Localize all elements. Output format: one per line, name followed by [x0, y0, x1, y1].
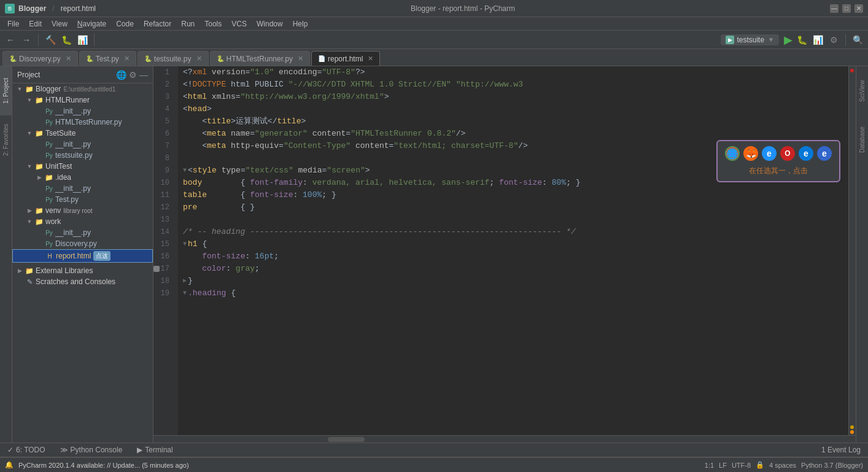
status-position[interactable]: 1:1: [705, 462, 714, 469]
horizontal-scrollbar[interactable]: [153, 435, 856, 443]
code-punct: =: [346, 128, 351, 140]
firefox-icon[interactable]: 🦊: [743, 146, 758, 161]
status-indent[interactable]: 4 spaces: [769, 462, 796, 469]
menu-vcs[interactable]: VCS: [227, 18, 252, 29]
line-num-5: 5: [153, 115, 173, 128]
run-config[interactable]: ▶ testsuite ▼: [721, 34, 779, 45]
sidebar-minimize-btn[interactable]: —: [139, 70, 148, 80]
status-encoding[interactable]: UTF-8: [732, 462, 751, 469]
tree-blogger[interactable]: ▼ 📁 Blogger E:\untitled\untitled1: [12, 83, 153, 95]
code-punct: {: [241, 177, 250, 189]
toolbar-debug-btn[interactable]: 🐛: [60, 33, 73, 47]
code-area[interactable]: <?xml version="1.0" encoding="UTF-8"?> <…: [178, 66, 848, 435]
bottom-tab-terminal[interactable]: ▶ Terminal: [130, 443, 180, 457]
tree-work[interactable]: ▼ 📁 work: [12, 216, 153, 227]
tab-report[interactable]: 📄 report.html ✕: [311, 51, 380, 66]
sidebar-settings-btn[interactable]: ⚙: [129, 70, 137, 80]
bottom-tab-python-console[interactable]: ≫ Python Console: [53, 443, 130, 457]
tree-init-tsetsuite[interactable]: Py __init__.py: [12, 139, 153, 150]
tree-external-libraries[interactable]: ▶ 📁 External Libraries: [12, 265, 153, 276]
menu-tools[interactable]: Tools: [200, 18, 227, 29]
toolbar-coverage-btn[interactable]: 📊: [76, 33, 89, 47]
toolbar: ← → 🔨 🐛 📊 ▶ testsuite ▼ ▶ 🐛 📊 ⚙ 🔍: [0, 31, 868, 49]
vtab-favorites[interactable]: 2: Favorites: [0, 115, 12, 164]
tree-label: Discovery.py: [55, 239, 97, 248]
py-icon: Py: [44, 152, 54, 159]
code-space: [207, 91, 212, 103]
tree-unittest[interactable]: ▼ 📁 UnitTest: [12, 161, 153, 172]
scrollbar-thumb[interactable]: [328, 437, 365, 442]
tree-testpy[interactable]: Py Test.py: [12, 194, 153, 205]
tab-close[interactable]: ✕: [368, 55, 373, 63]
tab-py-icon: 🐍: [86, 55, 93, 62]
tab-close[interactable]: ✕: [124, 55, 130, 63]
menu-run[interactable]: Run: [176, 18, 200, 29]
status-update-text[interactable]: PyCharm 2020.1.4 available: // Update...…: [18, 462, 189, 469]
close-button[interactable]: ✕: [854, 4, 863, 13]
tab-testsuite[interactable]: 🐍 testsuite.py ✕: [138, 51, 209, 66]
fold-arrow[interactable]: ▼: [183, 287, 187, 300]
toolbar-fwd-btn[interactable]: →: [20, 33, 33, 47]
bottom-tab-todo[interactable]: ✓ 6: TODO: [0, 443, 53, 457]
code-attr: http-equiv: [231, 140, 279, 152]
fold-arrow[interactable]: ▼: [183, 238, 187, 250]
vtab-project[interactable]: 1: Project: [0, 66, 12, 115]
tree-init-htmlrunner[interactable]: Py __init__.py: [12, 106, 153, 117]
status-python[interactable]: Python 3.7 (Blogger): [801, 462, 863, 469]
tab-test[interactable]: 🐍 Test.py ✕: [79, 51, 136, 66]
code-punct: =: [236, 91, 241, 103]
menu-window[interactable]: Window: [252, 18, 288, 29]
chrome-icon[interactable]: 🌐: [725, 146, 740, 161]
toolbar-build-btn[interactable]: 🔨: [44, 33, 57, 47]
sidebar-globe-btn[interactable]: 🌐: [116, 70, 126, 80]
menu-navigate[interactable]: Navigate: [72, 18, 111, 29]
menu-view[interactable]: View: [47, 18, 72, 29]
tree-init-work[interactable]: Py __init__.py: [12, 227, 153, 238]
search-everywhere-btn[interactable]: 🔍: [851, 33, 864, 47]
vtab-database[interactable]: Database: [856, 115, 868, 164]
tab-close[interactable]: ✕: [66, 55, 71, 63]
tree-tsetsuite[interactable]: ▼ 📁 TsetSuite: [12, 128, 153, 139]
folder-icon: 📁: [25, 267, 34, 275]
tab-close[interactable]: ✕: [298, 55, 303, 63]
tree-init-unittest[interactable]: Py __init__.py: [12, 183, 153, 194]
point-tag[interactable]: 点这: [93, 251, 110, 261]
edge-icon[interactable]: e: [799, 146, 813, 161]
minimize-button[interactable]: —: [830, 4, 839, 13]
menu-help[interactable]: Help: [288, 18, 313, 29]
tree-idea[interactable]: ▶ 📁 .idea: [12, 172, 153, 183]
menu-file[interactable]: File: [2, 18, 24, 29]
vtab-sciview[interactable]: SciView: [856, 66, 868, 115]
code-punct: :: [303, 177, 312, 189]
tab-close[interactable]: ✕: [196, 55, 202, 63]
bottom-tab-eventlog[interactable]: 1 Event Log: [814, 443, 868, 457]
toolbar-back-btn[interactable]: ←: [4, 33, 17, 47]
tree-discovery[interactable]: Py Discovery.py: [12, 238, 153, 249]
tree-testsuite[interactable]: Py testsuite.py: [12, 150, 153, 161]
tree-scratches[interactable]: ✎ Scratches and Consoles: [12, 276, 153, 287]
browser6-icon[interactable]: e: [817, 146, 832, 161]
opera-icon[interactable]: O: [780, 146, 795, 161]
tree-htmlrunner[interactable]: ▼ 📁 HTMLRunner: [12, 95, 153, 106]
code-kw: DOCTYPE: [193, 79, 227, 91]
debug-run-btn[interactable]: 🐛: [795, 33, 808, 47]
menu-edit[interactable]: Edit: [24, 18, 47, 29]
code-tag: meta: [207, 140, 226, 152]
run-button[interactable]: ▶: [784, 33, 792, 47]
tab-discovery[interactable]: 🐍 Discovery.py ✕: [2, 51, 78, 66]
tree-report-html[interactable]: H report.html 点这: [12, 249, 153, 263]
tab-htmltestrunner[interactable]: 🐍 HTMLTestRunner.py ✕: [210, 51, 311, 66]
fold-arrow[interactable]: ▶: [183, 275, 187, 287]
tree-venv[interactable]: ▶ 📁 venv library root: [12, 205, 153, 216]
code-tag: title: [207, 115, 231, 128]
profile-run-btn[interactable]: ⚙: [827, 33, 840, 47]
maximize-button[interactable]: □: [842, 4, 851, 13]
editor-tabs: 🐍 Discovery.py ✕ 🐍 Test.py ✕ 🐍 testsuite…: [0, 49, 868, 66]
tree-htmltestrunner[interactable]: Py HTMLTestRunner.py: [12, 117, 153, 128]
fold-arrow[interactable]: ▼: [183, 164, 187, 177]
app-name: Blogger: [18, 4, 46, 13]
coverage-run-btn[interactable]: 📊: [811, 33, 824, 47]
ie-icon[interactable]: e: [762, 146, 777, 161]
menu-code[interactable]: Code: [111, 18, 139, 29]
menu-refactor[interactable]: Refactor: [139, 18, 176, 29]
